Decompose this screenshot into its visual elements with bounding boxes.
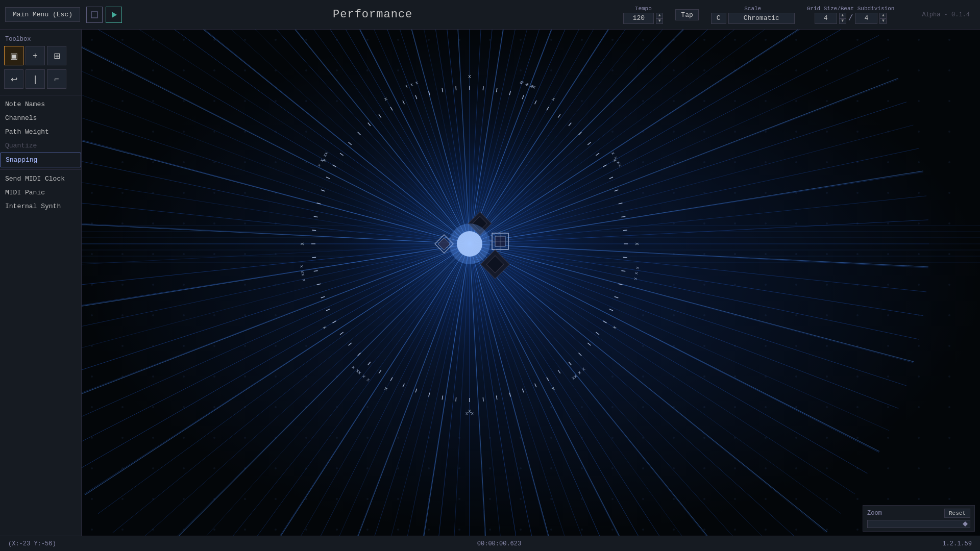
svg-point-76 [213,192,215,194]
svg-point-283 [765,529,767,531]
svg-point-253 [734,131,736,133]
svg-point-170 [489,529,491,531]
svg-point-222 [673,222,675,224]
svg-point-116 [275,375,277,378]
svg-point-193 [611,69,614,71]
svg-point-68 [183,467,185,469]
svg-point-284 [795,39,797,41]
svg-point-309 [826,284,828,286]
svg-point-371 [948,100,950,102]
svg-point-60 [183,222,185,224]
grid-denom-down[interactable]: ▼ [879,18,887,24]
svg-point-294 [795,345,797,347]
svg-point-232 [673,529,675,531]
svg-point-334 [856,529,859,531]
svg-point-308 [826,253,828,255]
svg-point-127 [305,345,307,347]
svg-point-103 [244,498,246,500]
svg-point-320 [856,100,859,102]
svg-point-30 [121,345,124,347]
svg-point-66 [183,406,185,408]
select-tool-button[interactable]: ▣ [4,46,23,65]
scale-key-input[interactable] [711,13,726,24]
svg-point-345 [887,345,889,347]
svg-point-335 [887,39,889,41]
sidebar-snapping-button[interactable]: Snapping [0,153,81,167]
stop-button[interactable] [86,7,103,23]
undo-button[interactable]: ↩ [4,69,23,89]
sidebar-divider-2 [0,169,81,170]
svg-point-104 [244,529,246,531]
internal-synth-button[interactable]: Internal Synth [0,199,81,213]
svg-point-264 [734,467,736,469]
svg-point-301 [826,39,828,41]
svg-point-257 [734,253,736,255]
svg-point-372 [948,131,950,133]
send-midi-clock-button[interactable]: Send MIDI Clock [0,172,81,186]
sidebar-path-weight-button[interactable]: Path Weight [0,125,81,139]
canvas-area[interactable]: // Will be generated by JS below xxxxxxx… [82,30,980,536]
tempo-up-button[interactable]: ▲ [656,13,663,18]
svg-point-195 [611,131,614,133]
svg-point-362 [918,345,920,347]
zoom-slider[interactable] [867,520,970,528]
svg-point-313 [826,406,828,408]
svg-point-360 [918,284,920,286]
tempo-down-button[interactable]: ▼ [656,18,663,24]
main-menu-button[interactable]: Main Menu (Esc) [5,7,80,22]
grid-num-up[interactable]: ▲ [839,13,846,18]
svg-point-336 [887,69,889,71]
svg-point-310 [826,314,828,316]
svg-point-96 [244,284,246,286]
svg-point-379 [948,345,950,347]
svg-point-291 [795,253,797,255]
svg-point-33 [121,437,124,439]
svg-point-238 [703,192,705,194]
sidebar-quantize-button[interactable]: Quantize [0,139,81,153]
svg-point-321 [856,131,859,133]
scale-name-input[interactable] [728,13,795,24]
svg-point-101 [244,437,246,439]
tap-button[interactable]: Tap [675,9,698,20]
svg-point-273 [765,222,767,224]
play-button[interactable] [106,7,122,23]
sidebar-channels-button[interactable]: Channels [0,111,81,125]
svg-line-588 [456,397,456,402]
svg-point-196 [611,375,614,378]
svg-point-249 [703,529,705,531]
svg-point-81 [213,345,215,347]
svg-point-214 [642,498,644,500]
svg-point-200 [611,498,614,500]
add-tool-button[interactable]: + [26,46,45,65]
svg-point-378 [948,314,950,316]
version-label: Alpha - 0.1.4 [922,11,970,18]
svg-point-142 [336,529,338,531]
svg-point-285 [795,69,797,71]
grid-num-input[interactable] [815,13,837,24]
svg-text:x: x [468,74,471,80]
svg-point-342 [887,253,889,255]
svg-point-174 [520,467,522,469]
curve-tool-button[interactable]: ⌐ [47,69,66,89]
svg-point-175 [520,498,522,500]
svg-point-317 [826,529,828,531]
svg-point-149 [366,529,369,531]
svg-point-286 [795,100,797,102]
midi-panic-button[interactable]: MIDI Panic [0,186,81,199]
svg-marker-1 [112,12,117,18]
bottom-bar: (X:-23 Y:-56) 00:00:00.623 1.2.1.59 [0,536,980,551]
pipe-tool-button[interactable]: | [26,69,45,89]
svg-point-365 [918,437,920,439]
tempo-input[interactable] [623,13,654,24]
svg-point-242 [703,314,705,316]
grid-num-down[interactable]: ▼ [839,18,846,24]
grid-denom-up[interactable]: ▲ [879,13,887,18]
svg-point-333 [856,498,859,500]
snap-tool-button[interactable]: ⊞ [47,46,66,65]
zoom-reset-button[interactable]: Reset [944,509,970,518]
svg-point-83 [213,406,215,408]
svg-point-27 [121,253,124,255]
grid-denom-input[interactable] [855,13,877,24]
sidebar-note-names-button[interactable]: Note Names [0,97,81,111]
svg-point-350 [887,498,889,500]
